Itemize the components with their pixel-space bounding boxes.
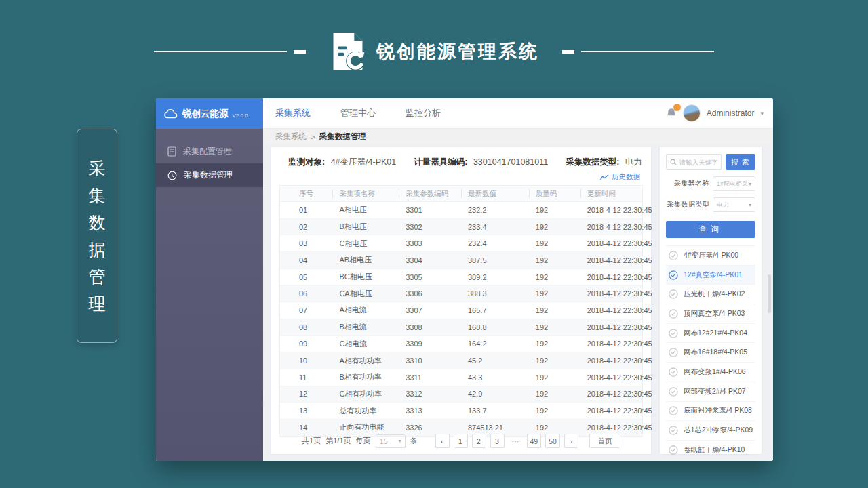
side-label-char: 管 [89, 268, 106, 285]
table-cell: 192 [529, 285, 580, 302]
tab-collect-system[interactable]: 采集系统 [275, 107, 311, 119]
chevron-down-icon: ▾ [749, 202, 751, 208]
device-list-item[interactable]: 网布变频1#/4-PK06 [666, 363, 755, 382]
table-cell: 2018-4-12 22:30:45 [580, 202, 642, 218]
device-name: 12#真空泵/4-PK01 [684, 270, 743, 280]
table-cell: 3303 [399, 235, 461, 251]
table-cell: 2018-4-12 22:30:45 [580, 302, 642, 319]
table-cell: A相有功功率 [332, 352, 399, 369]
device-list-item[interactable]: 芯1芯2冲浆泵/4-PK09 [666, 421, 755, 441]
table-cell: 3310 [399, 352, 461, 369]
config-icon [167, 146, 176, 157]
sidebar-item-collect-config[interactable]: 采集配置管理 [156, 140, 263, 163]
page-button[interactable]: 3 [490, 434, 505, 448]
breadcrumb-separator: > [311, 133, 315, 141]
info-field: 监测对象: 4#变压器/4-PK01 [288, 157, 396, 168]
page-button[interactable]: 49 [527, 434, 542, 448]
table-cell: 2018-4-12 22:30:45 [580, 369, 642, 386]
chevron-down-icon[interactable]: ▾ [760, 110, 764, 117]
device-list-item[interactable]: 底面衬冲浆泵/4-PK08 [666, 402, 755, 422]
table-cell: 192 [529, 219, 580, 235]
device-name: 顶网真空泵/4-PK03 [684, 309, 745, 319]
sidebar-item-label: 采集配置管理 [183, 146, 232, 157]
table-cell: 164.2 [461, 336, 529, 352]
device-list-item[interactable]: 压光机干燥/4-PK02 [666, 285, 755, 304]
sidebar-item-collect-data[interactable]: 采集数据管理 [156, 163, 263, 187]
device-list-item[interactable]: 网部变频2#/4-PK07 [666, 382, 755, 402]
table-cell: 192 [529, 202, 580, 218]
table-cell: 192 [529, 252, 580, 268]
table-cell: B相电压 [332, 219, 399, 235]
table-row: 09C相电流3309164.21922018-4-12 22:30:45 [280, 336, 642, 353]
table-cell: 133.7 [461, 403, 529, 419]
table-cell: 06 [280, 285, 332, 302]
table-cell: 160.8 [461, 319, 529, 336]
info-label: 计量器具编码: [414, 157, 467, 167]
first-page-button[interactable]: 首页 [589, 434, 620, 448]
device-list-item[interactable]: 4#变压器/4-PK00 [666, 246, 755, 266]
table-row: 02B相电压3302233.41922018-4-12 22:30:45 [280, 219, 642, 236]
avatar[interactable] [683, 104, 701, 122]
side-label-char: 理 [89, 296, 106, 312]
table-cell: 192 [529, 352, 580, 369]
table-cell: 2018-4-12 22:30:45 [580, 403, 642, 419]
device-name: 卷纸缸干燥/4-PK10 [684, 445, 745, 455]
tab-admin-center[interactable]: 管理中心 [340, 107, 376, 119]
data-type-field: 采集数据类型 电力 ▾ [666, 197, 755, 212]
search-input-wrap [666, 154, 722, 170]
tab-monitor-analysis[interactable]: 监控分析 [406, 107, 441, 119]
table-cell: 2018-4-12 22:30:45 [580, 269, 642, 285]
table-row: 03C相电压3303232.41922018-4-12 22:30:45 [280, 235, 642, 252]
next-page-button[interactable]: › [564, 434, 578, 448]
device-list-item[interactable]: 卷纸缸干燥/4-PK10 [666, 441, 755, 460]
collector-name-label: 采集器名称 [666, 179, 709, 188]
table-cell: A相电压 [332, 202, 399, 218]
info-value: 4#变压器/4-PK01 [331, 157, 397, 167]
device-list-item[interactable]: 网布12#21#/4-PK04 [666, 324, 755, 344]
check-circle-icon [669, 445, 678, 455]
page-ellipsis: ··· [509, 434, 523, 448]
page-button[interactable]: 2 [472, 434, 486, 448]
breadcrumb-current: 采集数据管理 [319, 131, 366, 142]
topbar: 采集系统 管理中心 监控分析 Administrator ▾ [263, 98, 773, 129]
search-button[interactable]: 搜 索 [726, 154, 755, 170]
page-button[interactable]: 50 [545, 434, 560, 448]
pagination-summary: 共1页 第1/1页 每页 15 ▾ 条 [302, 434, 417, 448]
table-cell: B相有功功率 [332, 369, 399, 386]
history-data-link[interactable]: 历史数据 [600, 172, 640, 182]
device-list-item[interactable]: 衬浆碎浆机/4-PK11 [666, 460, 755, 461]
page-size-select[interactable]: 15 ▾ [376, 434, 406, 448]
table-cell: 2018-4-12 22:30:45 [580, 219, 642, 235]
device-list-item[interactable]: 12#真空泵/4-PK01 [666, 266, 755, 285]
bell-icon[interactable] [666, 107, 677, 119]
table-row: 13总有功功率3313133.71922018-4-12 22:30:45 [280, 403, 642, 420]
table-cell: 3304 [399, 252, 461, 268]
side-vertical-label: 采集数据管理 [77, 129, 117, 343]
prev-page-button[interactable]: ‹ [435, 434, 450, 448]
collector-name-select[interactable]: 1#配电柜采集器 ▾ [713, 176, 755, 191]
table-cell: 08 [280, 319, 332, 336]
data-type-select[interactable]: 电力 ▾ [713, 197, 755, 212]
breadcrumb-parent[interactable]: 采集系统 [275, 131, 307, 142]
table-cell: 2018-4-12 22:30:45 [580, 252, 642, 268]
sidebar: 锐创云能源 V2.0.0 采集配置管理 采集 [156, 98, 263, 461]
table-cell: 2018-4-12 22:30:45 [580, 336, 642, 352]
table-cell: 3302 [399, 219, 461, 235]
main-area: 采集系统 管理中心 监控分析 Administrator ▾ [263, 98, 773, 461]
banner-right-line [581, 51, 714, 52]
total-pages-text: 共1页 [302, 436, 321, 446]
table-cell: 388.3 [461, 285, 529, 302]
device-name: 4#变压器/4-PK00 [684, 251, 738, 260]
check-circle-icon [669, 367, 678, 377]
device-list-item[interactable]: 网布16#18#/4-PK05 [666, 343, 755, 363]
table-row: 05BC相电压3305389.21922018-4-12 22:30:45 [280, 269, 642, 286]
search-input[interactable] [679, 159, 717, 166]
device-list-item[interactable]: 顶网真空泵/4-PK03 [666, 304, 755, 324]
username[interactable]: Administrator [707, 108, 755, 118]
scrollbar-thumb[interactable] [768, 274, 771, 313]
table-cell: 387.5 [461, 252, 529, 268]
data-type-value: 电力 [717, 201, 729, 209]
history-row: 历史数据 [271, 168, 651, 184]
page-button[interactable]: 1 [454, 434, 468, 448]
query-button[interactable]: 查询 [666, 221, 755, 238]
